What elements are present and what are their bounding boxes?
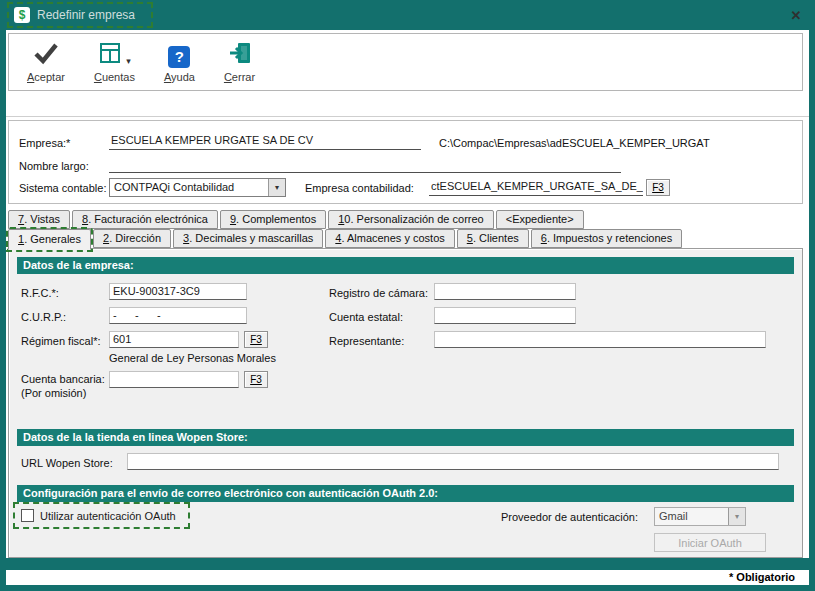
- tab-row-front: 1. Generales 2. Dirección 3. Decimales y…: [8, 229, 682, 250]
- chevron-down-icon[interactable]: ▾: [126, 56, 131, 68]
- help-icon: ?: [168, 46, 190, 68]
- empresa-contabilidad-f3-button[interactable]: F3: [646, 179, 670, 196]
- cuenta-bancaria-label: Cuenta bancaria:: [21, 373, 105, 385]
- tab-generales[interactable]: 1. Generales: [8, 229, 91, 250]
- tab-expediente[interactable]: <Expediente>: [496, 210, 584, 229]
- sistema-contable-label: Sistema contable:: [19, 182, 106, 194]
- tab-direccion[interactable]: 2. Dirección: [93, 229, 171, 248]
- sistema-contable-select[interactable]: CONTPAQi Contabilidad ▾: [109, 178, 286, 197]
- empresa-label: Empresa:*: [19, 137, 70, 149]
- cuentas-button[interactable]: ▾ Cuentas: [88, 40, 141, 85]
- cerrar-label: Cerrar: [224, 71, 255, 83]
- representante-field[interactable]: [434, 331, 766, 348]
- cuenta-estatal-field[interactable]: [434, 307, 576, 324]
- empresa-path-text: C:\Compac\Empresas\adESCUELA_KEMPER_URGA…: [439, 137, 710, 149]
- regimen-fiscal-label: Régimen fiscal*:: [21, 335, 100, 347]
- tab-personalizacion-correo[interactable]: 10. Personalización de correo: [328, 210, 494, 229]
- regimen-fiscal-f3-button[interactable]: F3: [244, 331, 268, 348]
- iniciar-oauth-button[interactable]: Iniciar OAuth: [654, 533, 766, 552]
- cuenta-bancaria-f3-button[interactable]: F3: [244, 371, 268, 388]
- cerrar-button[interactable]: Cerrar: [218, 40, 261, 85]
- regimen-fiscal-desc: General de Ley Personas Morales: [109, 352, 276, 364]
- generales-tab-panel: Datos de la empresa: R.F.C.*: EKU-900317…: [8, 248, 803, 558]
- wopen-url-label: URL Wopen Store:: [21, 457, 113, 469]
- tab-facturacion-electronica[interactable]: 8. Facturación electrónica: [72, 210, 218, 229]
- regimen-fiscal-field[interactable]: 601: [109, 331, 239, 348]
- tab-row-back: 7. Vistas 8. Facturación electrónica 9. …: [8, 210, 584, 229]
- exit-door-icon: [228, 41, 252, 68]
- tab-clientes[interactable]: 5. Clientes: [457, 229, 529, 248]
- oauth-header: Configuración para el envío de correo el…: [17, 485, 794, 502]
- proveedor-value: Gmail: [655, 508, 728, 525]
- check-icon: [33, 41, 59, 68]
- sistema-contable-value: CONTPAQi Contabilidad: [110, 179, 268, 196]
- nombre-largo-label: Nombre largo:: [19, 160, 89, 172]
- aceptar-button[interactable]: Aceptar: [21, 40, 71, 85]
- cuenta-bancaria-field[interactable]: [109, 371, 239, 388]
- rfc-label: R.F.C.*:: [21, 287, 59, 299]
- separator: [6, 116, 809, 117]
- cuentas-label: Cuentas: [94, 71, 135, 83]
- tab-complementos[interactable]: 9. Complementos: [220, 210, 326, 229]
- oauth-callout: Utilizar autenticación OAuth: [13, 502, 190, 529]
- curp-field[interactable]: - - -: [109, 307, 247, 324]
- chevron-down-icon: ▾: [268, 179, 285, 196]
- registro-camara-label: Registro de cámara:: [329, 287, 428, 299]
- cuenta-bancaria-note: (Por omisión): [21, 387, 86, 399]
- ayuda-button[interactable]: ? Ayuda: [158, 40, 201, 85]
- close-icon[interactable]: ✕: [787, 6, 805, 24]
- curp-label: C.U.R.P.:: [21, 311, 66, 323]
- app-icon: $: [14, 7, 30, 23]
- wopen-url-field[interactable]: [127, 453, 779, 470]
- representante-label: Representante:: [329, 335, 404, 347]
- proveedor-label: Proveedor de autenticación:: [501, 511, 638, 523]
- tab-impuestos-retenciones[interactable]: 6. Impuestos y retenciones: [531, 229, 682, 248]
- oauth-checkbox-label[interactable]: Utilizar autenticación OAuth: [40, 510, 176, 522]
- nombre-largo-field[interactable]: [109, 156, 621, 173]
- client-area: Aceptar ▾ Cuentas ? Ayuda: [6, 30, 809, 585]
- tab-decimales-mascarillas[interactable]: 3. Decimales y mascarillas: [173, 229, 323, 248]
- tab-vistas[interactable]: 7. Vistas: [8, 210, 70, 229]
- datos-empresa-header: Datos de la empresa:: [17, 257, 794, 274]
- wopen-store-header: Datos de la la tienda en linea Wopen Sto…: [17, 429, 794, 446]
- titlebar: $ Redefinir empresa ✕: [6, 0, 809, 30]
- obligatorio-note: * Obligatorio: [6, 570, 809, 585]
- chevron-down-icon: ▾: [728, 508, 745, 525]
- proveedor-select[interactable]: Gmail ▾: [654, 507, 746, 526]
- registro-camara-field[interactable]: [434, 283, 576, 300]
- rfc-field[interactable]: EKU-900317-3C9: [109, 283, 247, 300]
- tab-almacenes-costos[interactable]: 4. Almacenes y costos: [325, 229, 454, 248]
- redefinir-empresa-dialog: $ Redefinir empresa ✕ Aceptar: [0, 0, 815, 591]
- ayuda-label: Ayuda: [164, 71, 195, 83]
- toolbar: Aceptar ▾ Cuentas ? Ayuda: [8, 33, 803, 91]
- aceptar-label: Aceptar: [27, 71, 65, 83]
- window-title: Redefinir empresa: [37, 8, 135, 22]
- accounts-icon: [98, 41, 122, 68]
- company-header-form: Empresa:* ESCUELA KEMPER URGATE SA DE CV…: [8, 120, 803, 204]
- bottom-teal-band: [6, 558, 809, 570]
- empresa-contabilidad-label: Empresa contabilidad:: [305, 182, 414, 194]
- cuenta-estatal-label: Cuenta estatal:: [329, 311, 403, 323]
- oauth-checkbox[interactable]: [21, 509, 34, 522]
- empresa-field[interactable]: ESCUELA KEMPER URGATE SA DE CV: [109, 133, 421, 150]
- title-callout: $ Redefinir empresa: [7, 2, 153, 28]
- empresa-contabilidad-field[interactable]: ctESCUELA_KEMPER_URGATE_SA_DE_C: [429, 179, 643, 196]
